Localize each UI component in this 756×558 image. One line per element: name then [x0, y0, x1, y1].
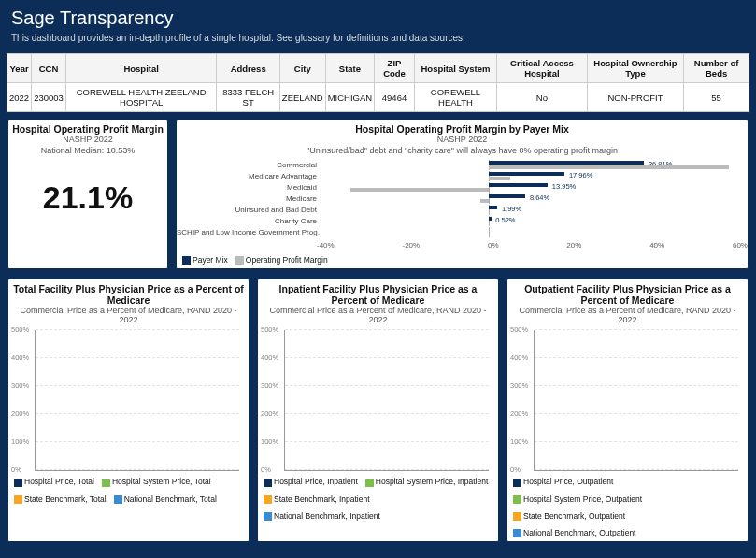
category-label: SCHIP and Low Income Government Prog…: [177, 228, 321, 236]
bar: [489, 172, 564, 176]
chart-subtitle: Commercial Price as a Percent of Medicar…: [507, 306, 748, 326]
y-tick: 100%: [261, 437, 278, 446]
table-cell: 230003: [32, 83, 66, 112]
bar-value: 1.99%: [502, 205, 521, 213]
bar-row: Uninsured and Bad Debt1.99%: [177, 204, 742, 215]
bar-value: 192%: [141, 472, 181, 481]
axis-tick: -20%: [402, 241, 420, 250]
table-header: Address: [217, 54, 279, 83]
table-cell: COREWELL HEALTH: [414, 83, 496, 112]
bar-value: 184%: [47, 472, 87, 481]
y-tick: 100%: [510, 437, 528, 446]
page-subtitle: This dashboard provides an in-depth prof…: [11, 33, 745, 43]
chart-subtitle: Commercial Price as a Percent of Medicar…: [8, 306, 249, 326]
table-cell: 8333 FELCH ST: [217, 83, 279, 112]
axis-tick: 20%: [566, 241, 581, 250]
table-cell: COREWELL HEALTH ZEELAND HOSPITAL: [65, 83, 217, 112]
table-header: Hospital System: [414, 54, 496, 83]
legend-item: National Benchmark, Total: [124, 494, 217, 504]
legend-item: State Benchmark, Outpatient: [523, 511, 625, 521]
y-tick: 300%: [11, 381, 29, 390]
y-tick: 500%: [261, 325, 278, 334]
bar-value: 207%: [391, 472, 431, 481]
bar-value: 17.96%: [569, 171, 592, 179]
table-cell: 2022: [7, 83, 32, 112]
y-tick: 200%: [261, 409, 278, 418]
y-tick: 300%: [261, 381, 278, 390]
axis-tick: 60%: [733, 241, 748, 250]
y-tick: 200%: [11, 409, 29, 418]
kpi-operating-profit-margin: Hospital Operating Profit Margin NASHP 2…: [7, 119, 168, 269]
table-header: State: [325, 54, 375, 83]
chart-payer-mix: Hospital Operating Profit Margin by Paye…: [176, 119, 749, 269]
bar: [489, 177, 510, 180]
bar-row: Commercial36.81%: [177, 159, 742, 170]
bar-value: 13.95%: [552, 182, 576, 191]
category-label: Medicare Advantage: [177, 172, 321, 180]
chart-title: Outpatient Facility Plus Physician Price…: [507, 279, 748, 306]
table-cell: ZEELAND: [279, 83, 325, 112]
chart-note: "Uninsured/bad" debt and "charity care" …: [177, 146, 748, 157]
category-label: Medicare: [177, 194, 321, 203]
kpi-value: 21.1%: [8, 157, 167, 238]
y-tick: 0%: [261, 465, 271, 474]
bar-value: 277%: [688, 472, 728, 481]
axis-tick: -40%: [317, 241, 335, 250]
category-label: Charity Care: [177, 217, 321, 225]
y-tick: 0%: [11, 465, 21, 474]
chart-outpatient: Outpatient Facility Plus Physician Price…: [506, 279, 749, 542]
bar-row: Charity Care0.52%: [177, 215, 742, 226]
bar: [489, 161, 644, 165]
bar-row: Medicaid13.95%: [177, 181, 742, 193]
category-label: Uninsured and Bad Debt: [177, 206, 321, 214]
bar-value: 229%: [546, 472, 586, 481]
chart-inpatient: Inpatient Facility Plus Physician Price …: [257, 279, 499, 542]
y-tick: 500%: [510, 325, 528, 334]
plot-area: 0%100%200%300%400%500%192%207%238%: [284, 330, 489, 471]
y-tick: 400%: [261, 353, 278, 362]
kpi-source: NASHP 2022: [8, 135, 167, 146]
axis-tick: 0%: [488, 241, 499, 250]
category-label: Medicaid: [177, 183, 321, 192]
bar: [489, 217, 491, 221]
table-header: Hospital: [65, 54, 217, 83]
legend-item: Hospital System Price, Outpatient: [523, 494, 642, 504]
y-tick: 200%: [510, 409, 528, 418]
chart-title: Inpatient Facility Plus Physician Price …: [258, 279, 498, 306]
bar: [480, 199, 489, 203]
bar-value: 192%: [344, 472, 384, 481]
legend-item: Operating Profit Margin: [246, 255, 328, 265]
bar-row: Medicare Advantage17.96%: [177, 170, 742, 181]
table-header: Number of Beds: [684, 54, 749, 83]
plot-area: 0%100%200%300%400%500%229%135%174%277%: [534, 330, 738, 471]
kpi-title: Hospital Operating Profit Margin: [8, 120, 167, 135]
bar-value: 238%: [438, 472, 478, 481]
legend-item: National Benchmark, Outpatient: [523, 528, 635, 537]
chart-legend: Payer Mix Operating Profit Margin: [177, 251, 748, 268]
bar-value: 0.52%: [495, 216, 515, 224]
bar-row: SCHIP and Low Income Government Prog…: [177, 226, 742, 237]
bar-row: Medicare8.64%: [177, 193, 742, 204]
y-tick: 100%: [11, 437, 29, 446]
y-tick: 400%: [510, 353, 528, 362]
bar-value: 174%: [640, 472, 680, 481]
legend-item: State Benchmark, Inpatient: [274, 494, 370, 504]
table-header: Critical Access Hospital: [497, 54, 588, 83]
bar: [350, 188, 490, 192]
bar: [489, 183, 548, 187]
chart-total: Total Facility Plus Physician Price as a…: [7, 279, 250, 542]
bar: [489, 206, 497, 209]
table-header: CCN: [32, 54, 66, 83]
legend-item: Payer Mix: [193, 255, 228, 265]
table-header: Hospital Ownership Type: [587, 54, 684, 83]
category-label: Commercial: [177, 161, 321, 169]
chart-title: Total Facility Plus Physician Price as a…: [8, 279, 249, 306]
y-tick: 0%: [510, 465, 521, 474]
table-header: Year: [7, 54, 32, 83]
y-tick: 500%: [11, 325, 29, 334]
y-tick: 300%: [510, 381, 528, 390]
y-tick: 400%: [11, 353, 29, 362]
chart-source: NASHP 2022: [177, 135, 748, 146]
plot-area: 0%100%200%300%400%500%184%170%192%253%: [35, 330, 239, 471]
chart-title: Hospital Operating Profit Margin by Paye…: [177, 120, 748, 135]
